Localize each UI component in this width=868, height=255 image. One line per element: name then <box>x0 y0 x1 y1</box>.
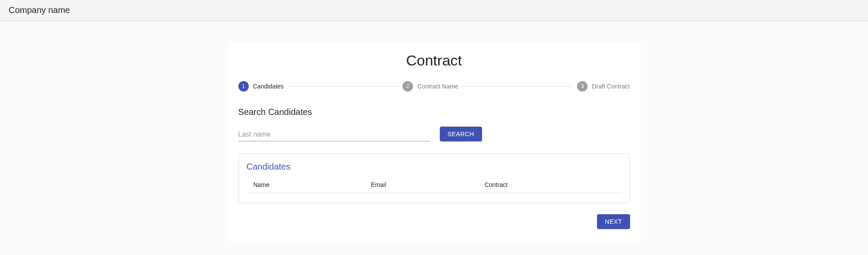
page: Contract 1 Candidates 2 Contract Name 3 … <box>0 21 868 241</box>
app-bar: Company name <box>0 0 868 21</box>
step-label: Draft Contract <box>592 83 630 90</box>
contract-card: Contract 1 Candidates 2 Contract Name 3 … <box>228 42 640 241</box>
lastname-field-wrapper <box>238 128 429 141</box>
next-button[interactable]: Next <box>597 214 630 229</box>
col-name: Name <box>247 178 364 193</box>
page-title: Contract <box>238 52 630 69</box>
step-label: Contract Name <box>417 83 458 90</box>
step-candidates[interactable]: 1 Candidates <box>238 81 284 92</box>
col-contract: Contract <box>478 178 622 193</box>
step-connector <box>462 86 573 87</box>
results-table: Name Email Contract <box>247 178 622 193</box>
lastname-input[interactable] <box>238 128 429 141</box>
stepper: 1 Candidates 2 Contract Name 3 Draft Con… <box>238 81 630 92</box>
step-contract-name[interactable]: 2 Contract Name <box>403 81 458 92</box>
results-title: Candidates <box>247 162 622 172</box>
step-connector <box>288 86 398 87</box>
col-email: Email <box>364 178 478 193</box>
action-row: Next <box>238 214 630 229</box>
results-card: Candidates Name Email Contract <box>238 154 630 203</box>
step-circle: 2 <box>403 81 413 92</box>
step-circle: 3 <box>577 81 587 92</box>
step-circle: 1 <box>238 81 249 92</box>
table-header-row: Name Email Contract <box>247 178 622 193</box>
step-label: Candidates <box>253 83 284 90</box>
search-row: Search <box>238 127 630 141</box>
company-name: Company name <box>9 5 859 15</box>
search-heading: Search Candidates <box>238 107 630 117</box>
step-draft-contract[interactable]: 3 Draft Contract <box>577 81 630 92</box>
search-button[interactable]: Search <box>440 127 482 141</box>
